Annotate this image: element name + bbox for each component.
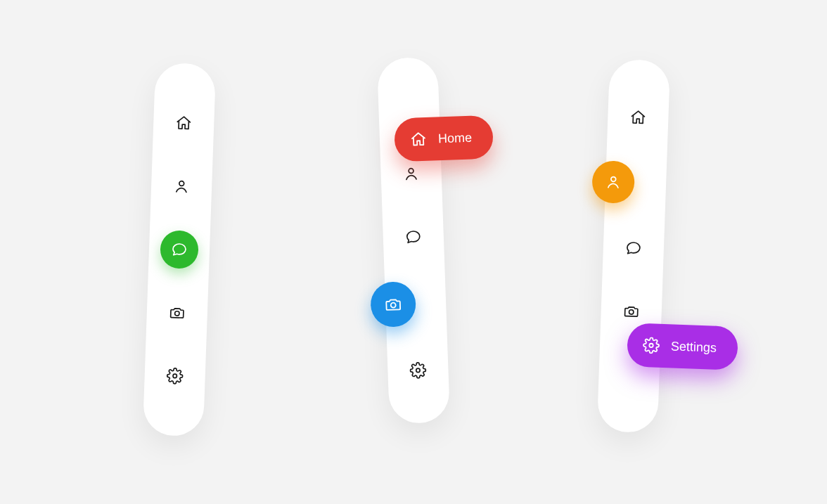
nav-camera[interactable] — [158, 293, 197, 332]
chat-icon — [624, 240, 642, 257]
flyout-settings[interactable]: Settings — [627, 323, 738, 370]
nav-settings[interactable] — [155, 356, 195, 396]
settings-icon — [643, 337, 660, 354]
nav-profile[interactable] — [162, 167, 201, 206]
camera-icon — [168, 304, 186, 322]
nav-profile[interactable] — [591, 160, 635, 204]
camera-icon — [622, 303, 640, 321]
sidebar-1 — [143, 63, 216, 437]
profile-icon — [173, 178, 191, 195]
nav-camera[interactable] — [370, 281, 416, 328]
flyout-home[interactable]: Home — [394, 115, 494, 162]
nav-chat[interactable] — [160, 230, 199, 269]
chat-icon — [171, 241, 188, 259]
nav-home[interactable] — [164, 103, 203, 143]
flyout-home-label: Home — [438, 130, 473, 146]
profile-icon — [402, 165, 420, 183]
sidebar-3 — [597, 59, 670, 434]
settings-icon — [166, 367, 184, 385]
home-icon — [629, 109, 647, 127]
sidebar-2 — [377, 57, 450, 425]
home-icon — [410, 131, 428, 148]
settings-icon — [409, 361, 427, 379]
nav-chat[interactable] — [614, 228, 653, 268]
chat-icon — [404, 228, 422, 246]
nav-settings[interactable] — [399, 351, 438, 390]
nav-chat[interactable] — [394, 217, 433, 257]
nav-home[interactable] — [618, 98, 658, 137]
flyout-settings-label: Settings — [671, 339, 717, 355]
home-icon — [175, 115, 193, 132]
camera-icon — [384, 295, 403, 314]
profile-icon — [605, 174, 622, 191]
